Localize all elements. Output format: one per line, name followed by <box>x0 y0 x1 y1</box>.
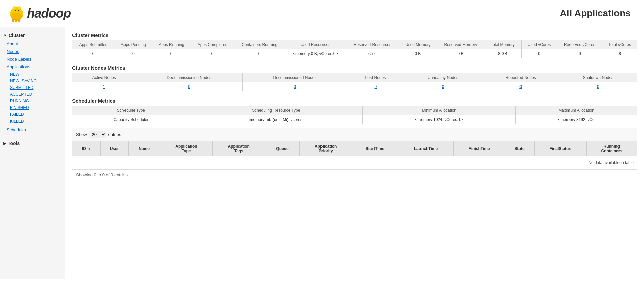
svg-point-9 <box>18 10 19 11</box>
cluster-section: ▼ Cluster About Nodes Node Labels Applic… <box>0 31 65 125</box>
val-used-resources: <memory:0 B, vCores:0> <box>285 49 346 58</box>
col-used-memory: Used Memory <box>399 40 437 49</box>
rebooted-link[interactable]: 0 <box>519 84 522 89</box>
col-start-time[interactable]: StartTime <box>352 141 398 156</box>
svg-rect-12 <box>15 19 17 22</box>
shutdown-link[interactable]: 0 <box>597 84 599 89</box>
val-total-memory: 8 GB <box>484 49 521 58</box>
val-apps-submitted: 0 <box>72 49 114 58</box>
sidebar-sub-finished[interactable]: FINISHED <box>0 104 65 111</box>
sidebar-sub-running[interactable]: RUNNING <box>0 98 65 104</box>
val-minimum-allocation: <memory:1024, vCores:1> <box>362 115 515 124</box>
col-used-resources: Used Resources <box>285 40 346 49</box>
svg-point-7 <box>18 6 20 9</box>
sidebar-sub-killed[interactable]: KILLED <box>0 118 65 125</box>
lost-nodes-link[interactable]: 0 <box>375 84 377 89</box>
svg-rect-13 <box>18 19 20 22</box>
val-shutdown-nodes: 0 <box>559 82 637 91</box>
hadoop-brand-text: hadoop <box>27 6 71 21</box>
col-finish-time[interactable]: FinishTime <box>454 141 505 156</box>
col-apps-pending: Apps Pending <box>114 40 152 49</box>
col-minimum-allocation: Minimum Allocation <box>362 106 515 115</box>
svg-rect-11 <box>12 19 14 22</box>
applications-table-wrapper: ID ▼ User Name ApplicationType Applicati… <box>72 141 637 170</box>
col-application-priority[interactable]: ApplicationPriority <box>300 141 352 156</box>
cluster-nodes-table-wrapper: Active Nodes Decommissioning Nodes Decom… <box>72 73 637 95</box>
col-launch-time[interactable]: LaunchTime <box>398 141 454 156</box>
val-apps-pending: 0 <box>114 49 152 58</box>
val-reserved-vcores: 0 <box>557 49 602 58</box>
sidebar-sub-new-saving[interactable]: NEW_SAVING <box>0 78 65 84</box>
col-unhealthy-nodes: Unhealthy Nodes <box>404 73 482 82</box>
sidebar-item-nodes[interactable]: Nodes <box>0 48 65 55</box>
content: Cluster Metrics Apps Submitted Apps Pend… <box>65 27 644 279</box>
col-decommissioning-nodes: Decommissioning Nodes <box>136 73 243 82</box>
hadoop-logo: hadoop <box>7 3 71 23</box>
elephant-icon <box>7 3 27 23</box>
tools-arrow: ▶ <box>3 141 6 146</box>
col-lost-nodes: Lost Nodes <box>347 73 404 82</box>
logo-area: hadoop <box>7 3 71 23</box>
cluster-metrics-title: Cluster Metrics <box>72 32 637 38</box>
val-total-vcores: 8 <box>602 49 637 58</box>
unhealthy-link[interactable]: 0 <box>442 84 444 89</box>
col-apps-completed: Apps Completed <box>191 40 234 49</box>
col-apps-submitted: Apps Submitted <box>72 40 114 49</box>
page-title: All Applications <box>560 8 637 19</box>
scheduler-metrics-table-wrapper: Scheduler Type Scheduling Resource Type … <box>72 106 637 128</box>
col-name[interactable]: Name <box>128 141 160 156</box>
col-final-status[interactable]: FinalStatus <box>534 141 586 156</box>
col-application-tags[interactable]: ApplicationTags <box>212 141 265 156</box>
sidebar-sub-failed[interactable]: FAILED <box>0 111 65 118</box>
scheduler-metrics-table: Scheduler Type Scheduling Resource Type … <box>72 106 637 124</box>
col-used-vcores: Used vCores <box>521 40 557 49</box>
sidebar: ▼ Cluster About Nodes Node Labels Applic… <box>0 27 65 279</box>
col-application-type[interactable]: ApplicationType <box>160 141 212 156</box>
col-reserved-memory: Reserved Memory <box>437 40 484 49</box>
active-nodes-link[interactable]: 1 <box>103 84 105 89</box>
col-user[interactable]: User <box>101 141 129 156</box>
sidebar-item-node-labels[interactable]: Node Labels <box>0 55 65 63</box>
val-rebooted-nodes: 0 <box>482 82 559 91</box>
col-scheduler-type: Scheduler Type <box>72 106 190 115</box>
sidebar-item-scheduler[interactable]: Scheduler <box>0 126 65 134</box>
cluster-nodes-table: Active Nodes Decommissioning Nodes Decom… <box>72 73 637 91</box>
cluster-nodes-title: Cluster Nodes Metrics <box>72 65 637 71</box>
entries-label: entries <box>108 132 121 137</box>
val-scheduler-type: Capacity Scheduler <box>72 115 190 124</box>
sidebar-item-about[interactable]: About <box>0 40 65 48</box>
entries-select[interactable]: 10 20 50 100 <box>89 131 106 138</box>
scheduler-row: Capacity Scheduler [memory-mb (unit=Mi),… <box>72 115 637 124</box>
main-layout: ▼ Cluster About Nodes Node Labels Applic… <box>0 27 644 279</box>
val-unhealthy-nodes: 0 <box>404 82 482 91</box>
col-reserved-resources: Reserved Resources <box>346 40 399 49</box>
col-queue[interactable]: Queue <box>265 141 299 156</box>
cluster-nodes-row: 1 0 0 0 0 0 0 <box>72 82 637 91</box>
sidebar-sub-submitted[interactable]: SUBMITTED <box>0 84 65 91</box>
val-scheduling-resource: [memory-mb (unit=Mi), vcores] <box>190 115 362 124</box>
val-decommissioned-nodes: 0 <box>242 82 347 91</box>
table-header-row: ID ▼ User Name ApplicationType Applicati… <box>72 141 637 156</box>
col-containers-running: Containers Running <box>234 40 285 49</box>
decommissioning-link[interactable]: 0 <box>188 84 190 89</box>
col-running-containers[interactable]: RunningContainers <box>586 141 637 156</box>
cluster-section-header[interactable]: ▼ Cluster <box>0 31 65 40</box>
col-maximum-allocation: Maximum Allocation <box>515 106 637 115</box>
decommissioned-link[interactable]: 0 <box>294 84 296 89</box>
col-state[interactable]: State <box>505 141 534 156</box>
svg-point-6 <box>13 6 15 9</box>
tools-section: ▶ Tools <box>0 139 65 148</box>
tools-section-header[interactable]: ▶ Tools <box>0 139 65 148</box>
tools-label: Tools <box>8 141 20 146</box>
col-id[interactable]: ID ▼ <box>72 141 101 156</box>
id-sort-icon: ▼ <box>88 147 91 151</box>
sidebar-item-applications[interactable]: Applications <box>0 63 65 71</box>
sidebar-sub-accepted[interactable]: ACCEPTED <box>0 91 65 98</box>
val-reserved-memory: 0 B <box>437 49 484 58</box>
col-total-memory: Total Memory <box>484 40 521 49</box>
col-reserved-vcores: Reserved vCores <box>557 40 602 49</box>
cluster-metrics-table-wrapper: Apps Submitted Apps Pending Apps Running… <box>72 40 637 62</box>
sidebar-sub-new[interactable]: NEW <box>0 71 65 78</box>
val-lost-nodes: 0 <box>347 82 404 91</box>
val-containers-running: 0 <box>234 49 285 58</box>
